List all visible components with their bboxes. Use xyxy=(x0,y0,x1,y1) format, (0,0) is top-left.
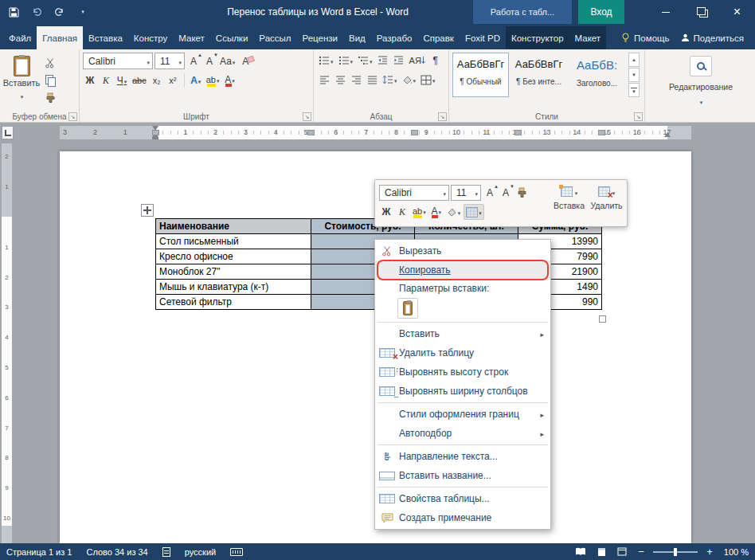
format-painter-button[interactable] xyxy=(43,90,57,106)
bullets-button[interactable] xyxy=(317,53,335,69)
menu-item-border-styles[interactable]: Стили оформления границ xyxy=(375,405,550,424)
tab-table-layout[interactable]: Макет xyxy=(569,26,607,49)
mini-delete-button[interactable]: Удалить xyxy=(588,182,625,224)
mini-font-size-select[interactable]: 11 xyxy=(451,185,481,201)
mini-highlight-button[interactable]: ab xyxy=(411,204,428,220)
align-center-button[interactable] xyxy=(333,72,347,88)
cell-name[interactable]: Сетевой фильтр xyxy=(156,295,311,310)
tab-design[interactable]: Констру xyxy=(128,26,173,49)
redo-button[interactable] xyxy=(53,4,67,20)
minimize-button[interactable] xyxy=(647,0,683,24)
dialog-launcher-icon[interactable] xyxy=(438,112,447,121)
borders-button[interactable] xyxy=(419,72,437,88)
sign-in-button[interactable]: Вход xyxy=(578,0,624,24)
save-button[interactable] xyxy=(6,4,21,20)
zoom-slider[interactable] xyxy=(653,551,698,553)
change-case-button[interactable]: Аа xyxy=(218,53,237,69)
tab-file[interactable]: Файл xyxy=(3,26,37,49)
grow-font-button[interactable]: А xyxy=(186,53,201,69)
mini-format-painter-button[interactable] xyxy=(514,185,529,201)
language-indicator[interactable]: русский xyxy=(185,547,216,557)
styles-scroll-down-button[interactable] xyxy=(628,68,640,82)
font-size-select[interactable]: 11 xyxy=(155,53,185,69)
tab-references[interactable]: Ссылки xyxy=(210,26,254,49)
dialog-launcher-icon[interactable] xyxy=(303,112,311,121)
text-effects-button[interactable]: А xyxy=(189,72,203,88)
tab-table-design[interactable]: Конструктор xyxy=(506,26,569,49)
left-indent-marker[interactable] xyxy=(152,137,158,139)
align-left-button[interactable] xyxy=(317,72,331,88)
find-button[interactable] xyxy=(690,56,712,76)
highlight-color-button[interactable]: ab xyxy=(205,72,221,88)
mini-shrink-font-button[interactable]: А xyxy=(499,185,513,201)
subscript-button[interactable]: х₂ xyxy=(150,72,164,88)
tab-layout[interactable]: Макет xyxy=(173,26,210,49)
customize-qat-button[interactable]: ▾ xyxy=(76,4,90,20)
menu-item-insert-caption[interactable]: Вставить название... xyxy=(375,466,550,485)
menu-item-table-properties[interactable]: Свойства таблицы... xyxy=(375,489,550,508)
ruler-column-marker[interactable] xyxy=(514,130,522,135)
bold-button[interactable]: Ж xyxy=(83,72,97,88)
mini-insert-button[interactable]: Вставка xyxy=(550,182,588,224)
underline-button[interactable]: Ч xyxy=(115,72,129,88)
mini-font-name-select[interactable]: Calibri xyxy=(379,185,449,201)
tab-help-tab[interactable]: Справк xyxy=(417,26,459,49)
zoom-out-button[interactable]: − xyxy=(636,546,647,558)
font-name-select[interactable]: Calibri xyxy=(83,53,153,69)
close-button[interactable] xyxy=(719,0,755,24)
styles-scroll-up-button[interactable] xyxy=(628,53,640,67)
menu-paste-option-keep-formatting[interactable] xyxy=(397,298,418,319)
mini-italic-button[interactable]: К xyxy=(395,204,409,220)
header-cell[interactable]: Наименование xyxy=(156,219,311,234)
word-count[interactable]: Слово 34 из 34 xyxy=(86,547,147,557)
mini-bold-button[interactable]: Ж xyxy=(379,204,393,220)
zoom-slider-handle[interactable] xyxy=(674,548,677,556)
zoom-level[interactable]: 100 % xyxy=(722,547,749,557)
menu-item-distribute-columns[interactable]: Выровнять ширину столбцов xyxy=(375,382,550,401)
multilevel-list-button[interactable] xyxy=(356,53,374,69)
print-layout-button[interactable] xyxy=(594,546,608,558)
style-heading1[interactable]: АаБбВ:Заголово... xyxy=(569,53,625,97)
tab-insert[interactable]: Вставка xyxy=(83,26,128,49)
font-color-button[interactable]: А xyxy=(223,72,237,88)
line-spacing-button[interactable] xyxy=(381,72,399,88)
mini-grow-font-button[interactable]: А xyxy=(483,185,497,201)
increase-indent-button[interactable] xyxy=(392,53,406,69)
tab-share[interactable]: Поделиться xyxy=(675,26,750,49)
menu-item-distribute-rows[interactable]: Выровнять высоту строк xyxy=(375,362,550,382)
cell-name[interactable]: Кресло офисное xyxy=(156,249,311,264)
table-move-handle[interactable] xyxy=(141,204,154,217)
cut-button[interactable] xyxy=(43,55,57,71)
copy-button[interactable] xyxy=(43,72,57,88)
dialog-launcher-icon[interactable] xyxy=(68,112,77,121)
style-no-spacing[interactable]: АаБбВвГг¶ Без инте... xyxy=(511,53,567,97)
cell-name[interactable]: Мышь и клавиатура (к-т) xyxy=(156,280,311,295)
mini-borders-button[interactable] xyxy=(464,204,484,220)
menu-item-copy[interactable]: Копировать xyxy=(375,260,550,280)
tab-view[interactable]: Вид xyxy=(343,26,371,49)
tab-help-assistant[interactable]: Помощь xyxy=(616,26,675,49)
tab-selector[interactable] xyxy=(2,126,14,139)
mini-font-color-button[interactable]: А xyxy=(429,204,444,220)
italic-button[interactable]: К xyxy=(99,72,113,88)
shading-button[interactable] xyxy=(401,72,418,88)
tab-home[interactable]: Главная xyxy=(37,26,83,49)
spellcheck-status[interactable] xyxy=(162,547,170,557)
keyboard-indicator[interactable] xyxy=(230,548,243,556)
menu-item-new-comment[interactable]: Создать примечание xyxy=(375,508,550,527)
menu-item-cut[interactable]: Вырезать xyxy=(375,241,550,260)
page-indicator[interactable]: Страница 1 из 1 xyxy=(6,547,72,557)
shrink-font-button[interactable]: А xyxy=(202,53,217,69)
ruler-column-marker[interactable] xyxy=(307,130,315,135)
dialog-launcher-icon[interactable] xyxy=(634,112,643,121)
mini-shading-button[interactable] xyxy=(445,204,463,220)
styles-more-button[interactable] xyxy=(628,83,640,97)
ruler-column-marker[interactable] xyxy=(152,130,159,135)
tab-review[interactable]: Рецензи xyxy=(297,26,343,49)
superscript-button[interactable]: х² xyxy=(166,72,180,88)
style-normal[interactable]: АаБбВвГг¶ Обычный xyxy=(452,53,509,97)
tab-developer[interactable]: Разрабо xyxy=(371,26,418,49)
table-resize-handle[interactable] xyxy=(599,315,606,323)
restore-button[interactable] xyxy=(683,0,719,24)
tab-foxit-pdf[interactable]: Foxit PD xyxy=(460,26,506,49)
